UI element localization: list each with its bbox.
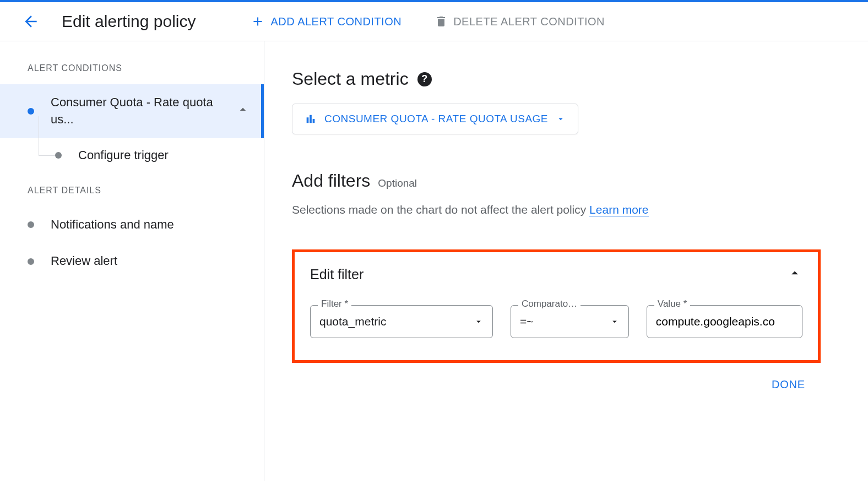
sidebar-item-configure-trigger[interactable]: Configure trigger: [0, 138, 264, 172]
add-alert-condition-label: ADD ALERT CONDITION: [270, 15, 402, 28]
dropdown-arrow-icon: [556, 114, 566, 124]
value-input-container: [647, 305, 802, 338]
sidebar-item-label: Review alert: [51, 253, 253, 270]
comparator-select-value: =~: [520, 315, 534, 328]
help-icon[interactable]: ?: [417, 72, 432, 86]
collapse-filter-button[interactable]: [787, 265, 802, 283]
arrow-left-icon: [22, 13, 40, 30]
bar-chart-icon: [305, 113, 317, 125]
step-bullet-icon: [28, 258, 34, 265]
comparator-select[interactable]: =~: [511, 305, 629, 338]
filter-field-wrap: Filter * quota_metric: [310, 305, 493, 338]
filter-description: Selections made on the chart do not affe…: [292, 203, 868, 216]
learn-more-link[interactable]: Learn more: [589, 203, 648, 216]
sidebar-item-label: Configure trigger: [78, 148, 169, 162]
sidebar-section-conditions: ALERT CONDITIONS: [0, 63, 264, 84]
chevron-up-icon: [236, 102, 250, 120]
metric-selector[interactable]: CONSUMER QUOTA - RATE QUOTA USAGE: [292, 104, 578, 134]
back-button[interactable]: [22, 13, 40, 30]
sidebar-item-label: Consumer Quota - Rate quota us...: [51, 94, 236, 128]
value-input[interactable]: [656, 315, 793, 328]
filter-field-label: Filter *: [318, 298, 351, 309]
value-field-label: Value *: [654, 298, 691, 309]
select-metric-title: Select a metric ?: [292, 69, 868, 89]
sidebar-item-consumer-quota[interactable]: Consumer Quota - Rate quota us...: [0, 84, 264, 138]
delete-alert-condition-button[interactable]: DELETE ALERT CONDITION: [435, 15, 605, 28]
dropdown-arrow-icon: [474, 317, 484, 327]
sidebar: ALERT CONDITIONS Consumer Quota - Rate q…: [0, 41, 264, 481]
sidebar-item-review-alert[interactable]: Review alert: [0, 243, 264, 280]
filter-select[interactable]: quota_metric: [310, 305, 493, 338]
content: ALERT CONDITIONS Consumer Quota - Rate q…: [0, 41, 868, 481]
sidebar-section-details: ALERT DETAILS: [0, 186, 264, 207]
done-button[interactable]: DONE: [772, 378, 805, 391]
filter-description-text: Selections made on the chart do not affe…: [292, 203, 589, 216]
edit-filter-panel: Edit filter Filter * quota_metric Compar…: [292, 249, 821, 363]
step-bullet-icon: [28, 221, 34, 228]
edit-filter-title: Edit filter: [310, 267, 364, 282]
sidebar-item-notifications[interactable]: Notifications and name: [0, 207, 264, 243]
select-metric-title-text: Select a metric: [292, 69, 409, 89]
step-bullet-icon: [28, 108, 34, 115]
step-bullet-icon: [55, 152, 62, 159]
add-filters-title: Add filters: [292, 171, 370, 191]
add-filters-header: Add filters Optional: [292, 171, 868, 191]
chevron-up-icon: [787, 265, 802, 281]
trash-icon: [435, 15, 448, 28]
page-title: Edit alerting policy: [62, 12, 196, 31]
filter-select-value: quota_metric: [319, 315, 386, 328]
main-panel: Select a metric ? CONSUMER QUOTA - RATE …: [264, 41, 868, 481]
add-alert-condition-button[interactable]: ADD ALERT CONDITION: [251, 14, 402, 29]
sidebar-item-label: Notifications and name: [51, 216, 253, 233]
value-field-wrap: Value *: [647, 305, 802, 338]
header: Edit alerting policy ADD ALERT CONDITION…: [0, 2, 868, 41]
plus-icon: [251, 14, 265, 29]
metric-selector-label: CONSUMER QUOTA - RATE QUOTA USAGE: [324, 113, 548, 125]
optional-badge: Optional: [378, 177, 417, 189]
delete-alert-condition-label: DELETE ALERT CONDITION: [453, 15, 605, 28]
dropdown-arrow-icon: [610, 317, 620, 327]
comparator-field-label: Comparato…: [518, 298, 581, 309]
comparator-field-wrap: Comparato… =~: [511, 305, 629, 338]
